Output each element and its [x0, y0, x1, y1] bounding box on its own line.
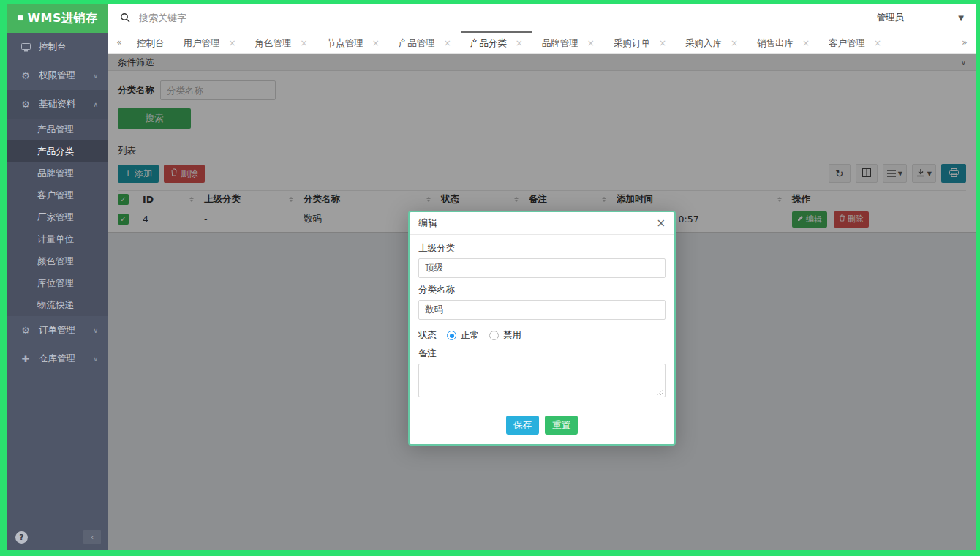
sidebar-item-factory-manage[interactable]: 厂家管理	[7, 206, 108, 228]
modal-body: 上级分类 分类名称 状态 正常 禁用 备注	[410, 235, 674, 397]
gears-icon: ⚙	[20, 325, 31, 336]
note-label: 备注	[418, 348, 666, 360]
sidebar-footer: ? ‹	[7, 527, 108, 550]
tab-bar: « 控制台 用户管理× 角色管理× 节点管理× 产品管理× 产品分类× 品牌管理…	[108, 31, 976, 54]
status-normal-radio[interactable]	[447, 331, 456, 340]
category-name-input[interactable]	[418, 300, 666, 320]
close-icon[interactable]: ×	[229, 38, 236, 48]
close-icon[interactable]: ×	[659, 38, 666, 48]
close-icon[interactable]: ×	[656, 218, 666, 229]
tab-scroll-right-icon[interactable]: »	[957, 31, 973, 53]
reset-button[interactable]: 重置	[545, 416, 578, 435]
sidebar-item-order-manage[interactable]: ⚙ 订单管理 ∨	[7, 316, 108, 345]
app-logo: ■ WMS进销存	[7, 4, 108, 33]
tab-sale-out[interactable]: 销售出库×	[747, 31, 819, 53]
chevron-down-icon: ∨	[93, 72, 98, 80]
tab-brand[interactable]: 品牌管理×	[532, 31, 604, 53]
help-icon[interactable]: ?	[15, 531, 28, 544]
tab-product[interactable]: 产品管理×	[389, 31, 461, 53]
close-icon[interactable]: ×	[874, 38, 881, 48]
modal-header: 编辑 ×	[410, 212, 674, 235]
tab-customer[interactable]: 客户管理×	[819, 31, 891, 53]
chevron-up-icon: ∧	[93, 101, 98, 108]
close-icon[interactable]: ×	[372, 38, 380, 48]
global-search-input[interactable]	[137, 12, 877, 24]
note-textarea[interactable]	[418, 364, 666, 397]
modal-title: 编辑	[418, 217, 437, 230]
sidebar-item-label: 仓库管理	[39, 353, 75, 365]
search-icon	[120, 12, 130, 23]
modal-footer: 保存 重置	[410, 407, 674, 444]
sidebar-item-brand-manage[interactable]: 品牌管理	[7, 162, 108, 184]
sidebar-item-warehouse-manage[interactable]: ✚ 仓库管理 ∨	[7, 345, 108, 373]
chevron-down-icon: ∨	[93, 356, 98, 363]
user-menu[interactable]: 管理员 ▼	[877, 12, 964, 24]
gears-icon: ⚙	[20, 70, 31, 81]
tab-node[interactable]: 节点管理×	[317, 31, 389, 53]
sidebar: ■ WMS进销存 控制台 ⚙ 权限管理 ∨ ⚙ 基础资料 ∧ 产品管理	[7, 4, 108, 550]
logo-text: WMS进销存	[27, 11, 97, 26]
edit-modal: 编辑 × 上级分类 分类名称 状态 正常 禁用 备注	[408, 211, 676, 446]
tab-user[interactable]: 用户管理×	[174, 31, 246, 53]
sidebar-item-customer-manage[interactable]: 客户管理	[7, 184, 108, 206]
tab-product-category[interactable]: 产品分类×	[461, 31, 532, 53]
sidebar-collapse-button[interactable]: ‹	[83, 530, 101, 544]
status-normal-label: 正常	[461, 329, 479, 342]
close-icon[interactable]: ×	[444, 38, 451, 48]
sidebar-basedata-children: 产品管理 产品分类 品牌管理 客户管理 厂家管理 计量单位 颜色管理 库位管理 …	[7, 119, 108, 316]
tab-role[interactable]: 角色管理×	[246, 31, 317, 53]
top-header: 管理员 ▼	[108, 4, 976, 31]
gears-icon: ⚙	[20, 99, 31, 110]
monitor-icon	[20, 43, 31, 52]
sidebar-item-product-manage[interactable]: 产品管理	[7, 119, 108, 140]
main-area: 管理员 ▼ « 控制台 用户管理× 角色管理× 节点管理× 产品管理× 产品分类…	[108, 4, 976, 550]
close-icon[interactable]: ×	[587, 38, 595, 48]
sidebar-item-logistics[interactable]: 物流快递	[7, 294, 108, 316]
user-name: 管理员	[877, 12, 905, 24]
sidebar-item-label: 权限管理	[39, 70, 75, 82]
tab-scroll-left-icon[interactable]: «	[111, 31, 127, 53]
content-area: 条件筛选 ∨ 分类名称 搜索 列表 + 添加	[108, 54, 976, 550]
tab-purchase-in[interactable]: 采购入库×	[676, 31, 747, 53]
chevron-down-icon: ▼	[958, 14, 964, 22]
sidebar-item-location-manage[interactable]: 库位管理	[7, 272, 108, 294]
status-disabled-label: 禁用	[503, 329, 521, 342]
sidebar-item-color-manage[interactable]: 颜色管理	[7, 250, 108, 272]
close-icon[interactable]: ×	[802, 38, 810, 48]
close-icon[interactable]: ×	[516, 38, 523, 48]
sidebar-item-label: 基础资料	[39, 98, 75, 110]
plus-icon: ✚	[20, 353, 31, 364]
sidebar-item-unit-manage[interactable]: 计量单位	[7, 228, 108, 250]
status-field: 状态 正常 禁用	[418, 329, 666, 342]
parent-category-label: 上级分类	[418, 242, 666, 255]
sidebar-item-product-category[interactable]: 产品分类	[7, 140, 108, 162]
parent-category-input[interactable]	[418, 258, 666, 278]
status-label: 状态	[418, 329, 437, 342]
sidebar-item-permission[interactable]: ⚙ 权限管理 ∨	[7, 61, 108, 90]
tab-console[interactable]: 控制台	[127, 31, 174, 53]
category-name-label: 分类名称	[418, 284, 666, 296]
sidebar-item-label: 控制台	[39, 41, 67, 53]
logo-square-icon: ■	[17, 14, 23, 21]
tab-purchase-order[interactable]: 采购订单×	[604, 31, 676, 53]
sidebar-item-dashboard[interactable]: 控制台	[7, 33, 108, 61]
close-icon[interactable]: ×	[301, 38, 308, 48]
app-window: ■ WMS进销存 控制台 ⚙ 权限管理 ∨ ⚙ 基础资料 ∧ 产品管理	[7, 4, 976, 550]
save-button[interactable]: 保存	[506, 416, 539, 435]
status-disabled-radio[interactable]	[489, 331, 499, 340]
close-icon[interactable]: ×	[731, 38, 738, 48]
chevron-down-icon: ∨	[93, 327, 98, 334]
sidebar-nav: 控制台 ⚙ 权限管理 ∨ ⚙ 基础资料 ∧ 产品管理 产品分类 品牌管理 客户管…	[7, 33, 108, 527]
sidebar-item-label: 订单管理	[39, 324, 75, 337]
sidebar-item-basedata[interactable]: ⚙ 基础资料 ∧	[7, 90, 108, 119]
